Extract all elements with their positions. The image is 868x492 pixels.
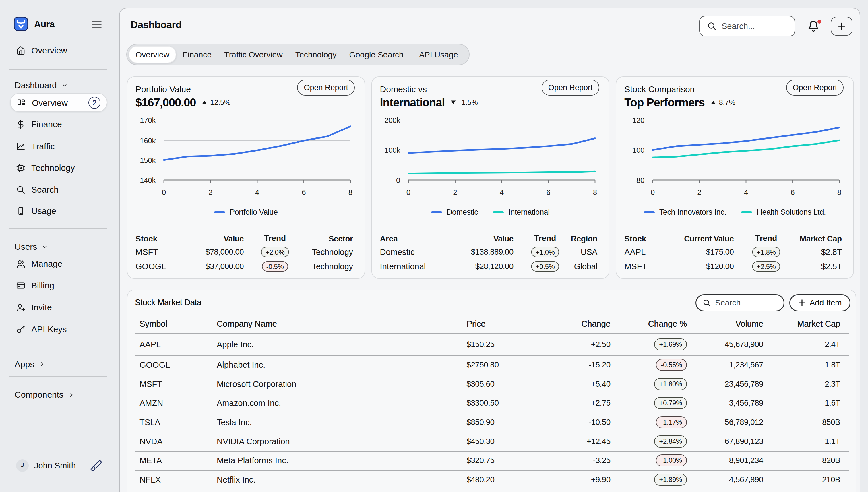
svg-text:8: 8 (837, 188, 841, 197)
svg-text:2: 2 (208, 188, 213, 197)
svg-text:150k: 150k (140, 156, 156, 165)
svg-text:2: 2 (453, 188, 457, 197)
svg-text:4: 4 (255, 188, 259, 197)
svg-text:2: 2 (697, 188, 701, 197)
svg-text:6: 6 (546, 188, 550, 197)
svg-text:0: 0 (396, 176, 400, 184)
svg-text:170k: 170k (140, 116, 156, 125)
svg-text:80: 80 (636, 176, 644, 184)
svg-text:160k: 160k (140, 137, 156, 145)
svg-text:6: 6 (302, 188, 306, 197)
svg-text:0: 0 (162, 188, 166, 197)
svg-text:6: 6 (791, 188, 795, 197)
svg-text:0: 0 (651, 188, 655, 197)
svg-text:140k: 140k (140, 176, 156, 184)
svg-text:100k: 100k (385, 146, 400, 154)
svg-text:8: 8 (348, 188, 352, 197)
svg-text:8: 8 (593, 188, 597, 197)
svg-text:200k: 200k (385, 116, 400, 125)
svg-text:4: 4 (499, 188, 503, 197)
svg-text:4: 4 (744, 188, 748, 197)
svg-text:120: 120 (633, 116, 644, 125)
svg-text:0: 0 (406, 188, 410, 197)
svg-text:100: 100 (633, 146, 644, 154)
